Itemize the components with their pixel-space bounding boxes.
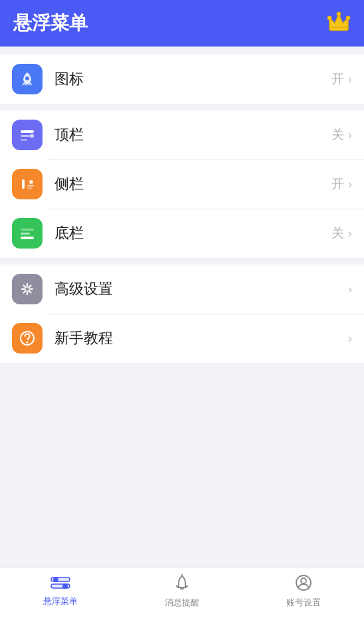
svg-rect-12: [27, 185, 34, 187]
svg-point-9: [30, 134, 34, 138]
svg-rect-16: [21, 237, 34, 239]
svg-rect-8: [21, 139, 27, 141]
menu-item-icon[interactable]: 图标 开 ›: [0, 54, 364, 104]
section-icons: 图标 开 ›: [0, 54, 364, 104]
svg-rect-7: [21, 135, 30, 137]
tab-label-menu: 悬浮菜单: [43, 595, 78, 607]
icon-bottombar: [12, 218, 43, 249]
section-advanced: 高级设置 › 新手教程 ›: [0, 264, 364, 363]
tab-label-notify: 消息提醒: [165, 597, 199, 609]
svg-rect-13: [27, 187, 32, 189]
chevron-right-icon-topbar: ›: [348, 128, 352, 142]
content-area: 图标 开 › 顶栏 关 ›: [0, 47, 364, 567]
section-bars: 顶栏 关 › 侧栏 开 ›: [0, 110, 364, 258]
menu-item-advanced-settings-label: 高级设置: [54, 279, 344, 299]
page-title: 悬浮菜单: [13, 11, 88, 36]
svg-point-4: [346, 16, 350, 20]
chevron-right-icon-sidebar: ›: [348, 177, 352, 191]
svg-rect-15: [21, 233, 30, 235]
svg-point-3: [337, 12, 341, 16]
svg-point-11: [29, 180, 33, 184]
svg-point-18: [26, 288, 29, 291]
tab-bar: 悬浮菜单 消息提醒 账号设置: [0, 567, 364, 620]
tab-icon-bell: [173, 574, 191, 594]
icon-rocket: [12, 64, 43, 94]
icon-help: [12, 323, 43, 354]
menu-item-tutorial[interactable]: 新手教程 ›: [0, 314, 364, 363]
menu-item-sidebar[interactable]: 侧栏 开 ›: [0, 159, 364, 209]
svg-point-2: [327, 16, 331, 20]
menu-item-bottombar-status: 关: [331, 225, 344, 242]
chevron-right-icon-advanced: ›: [348, 282, 352, 296]
tab-label-account: 账号设置: [286, 597, 321, 609]
menu-item-topbar-label: 顶栏: [54, 125, 331, 145]
svg-point-20: [27, 342, 29, 344]
header: 悬浮菜单: [0, 0, 364, 47]
tab-notifications[interactable]: 消息提醒: [122, 574, 243, 609]
chevron-right-icon-bottombar: ›: [348, 227, 352, 241]
menu-item-topbar[interactable]: 顶栏 关 ›: [0, 110, 364, 159]
menu-item-tutorial-label: 新手教程: [54, 328, 344, 348]
chevron-right-icon: ›: [348, 72, 352, 86]
svg-point-5: [25, 76, 29, 80]
menu-item-bottombar-label: 底栏: [54, 223, 331, 243]
icon-gear: [12, 274, 43, 304]
crown-icon: [327, 11, 351, 36]
menu-item-sidebar-label: 侧栏: [54, 174, 331, 194]
tab-floating-menu[interactable]: 悬浮菜单: [0, 575, 122, 607]
menu-item-advanced-settings[interactable]: 高级设置 ›: [0, 264, 364, 314]
svg-rect-10: [22, 179, 25, 189]
tab-icon-person: [295, 574, 312, 594]
menu-item-sidebar-status: 开: [331, 175, 344, 193]
chevron-right-icon-tutorial: ›: [348, 332, 352, 346]
svg-rect-1: [329, 27, 348, 31]
svg-rect-14: [21, 229, 34, 231]
svg-rect-6: [21, 130, 34, 133]
menu-item-topbar-status: 关: [331, 126, 344, 144]
menu-item-icon-label: 图标: [54, 69, 331, 89]
icon-topbar: [12, 120, 43, 150]
tab-icon-toggle: [50, 575, 70, 593]
svg-point-29: [301, 578, 306, 583]
menu-item-icon-status: 开: [331, 70, 344, 88]
tab-account[interactable]: 账号设置: [242, 574, 364, 609]
menu-item-bottombar[interactable]: 底栏 关 ›: [0, 209, 364, 258]
icon-sidebar: [12, 169, 43, 199]
